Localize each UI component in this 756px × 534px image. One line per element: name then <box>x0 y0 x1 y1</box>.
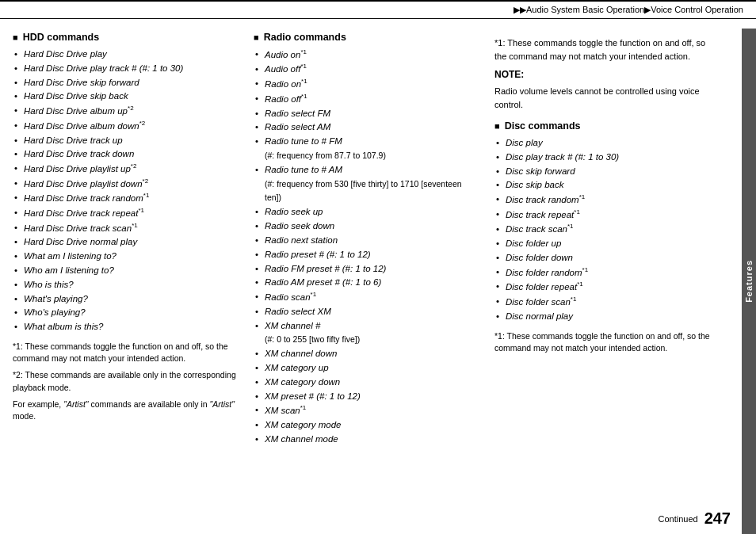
list-item: Audio off*1 <box>254 63 479 78</box>
features-sidebar: Features <box>742 29 756 534</box>
list-item: Disc track random*1 <box>494 193 720 208</box>
list-item: Hard Disc Drive album down*2 <box>13 119 238 134</box>
list-item: Who am I listening to? <box>13 264 238 278</box>
list-item: Hard Disc Drive skip back <box>13 90 238 104</box>
page-number: 247 <box>704 509 731 528</box>
list-item: Radio seek down <box>254 219 479 234</box>
list-item: XM channel # (#: 0 to 255 [two fifty fiv… <box>254 319 479 348</box>
right-note1: *1: These commands toggle the function o… <box>494 36 720 63</box>
list-item: Radio scan*1 <box>254 290 479 305</box>
list-item: Disc track scan*1 <box>494 223 720 238</box>
list-item: Radio tune to # AM (#: frequency from 53… <box>254 163 479 205</box>
bottom-pagination: Continued 247 <box>658 509 731 528</box>
list-item: Hard Disc Drive skip forward <box>13 76 238 90</box>
list-item: XM scan*1 <box>254 403 479 418</box>
hdd-column: HDD commands Hard Disc Drive play Hard D… <box>13 32 254 517</box>
list-item: Disc normal play <box>494 310 720 324</box>
list-item: Hard Disc Drive track up <box>13 134 238 148</box>
list-item: XM category down <box>254 376 479 390</box>
list-item: Disc folder up <box>494 237 720 251</box>
list-item: Radio tune to # FM (#: frequency from 87… <box>254 135 479 163</box>
list-item: XM channel mode <box>254 433 479 447</box>
radio-column: Radio commands Audio on*1 Audio off*1 Ra… <box>254 32 494 517</box>
right-note2: Radio volume levels cannot be controlled… <box>494 85 720 111</box>
list-item: Hard Disc Drive playlist down*2 <box>13 177 238 192</box>
list-item: Radio select FM <box>254 107 479 121</box>
list-item: Radio next station <box>254 234 479 248</box>
list-item: Radio AM preset # (#: 1 to 6) <box>254 276 479 290</box>
radio-list: Audio on*1 Audio off*1 Radio on*1 Radio … <box>254 48 479 447</box>
list-item: Hard Disc Drive track repeat*1 <box>13 206 238 221</box>
list-item: Disc folder scan*1 <box>494 295 720 310</box>
note-label: NOTE: <box>494 69 720 80</box>
list-item: Disc folder down <box>494 251 720 265</box>
list-item: Radio seek up <box>254 205 479 219</box>
list-item: Disc folder random*1 <box>494 265 720 280</box>
list-item: Disc skip back <box>494 178 720 193</box>
hdd-footnote2: *2: These commands are available only in… <box>13 369 238 393</box>
radio-title: Radio commands <box>254 32 479 43</box>
list-item: Hard Disc Drive album up*2 <box>13 104 238 119</box>
disc-title: Disc commands <box>494 120 720 132</box>
hdd-footnote3: For example, "Artist" commands are avail… <box>13 399 238 422</box>
list-item: Hard Disc Drive normal play <box>13 235 238 250</box>
list-item: Who's playing? <box>13 306 238 320</box>
list-item: Disc skip forward <box>494 165 720 179</box>
top-breadcrumb: ▶▶Audio System Basic Operation▶Voice Con… <box>0 0 756 19</box>
right-column: *1: These commands toggle the function o… <box>494 32 743 517</box>
breadcrumb-text: Audio System Basic Operation▶Voice Contr… <box>526 5 743 14</box>
list-item: Hard Disc Drive track scan*1 <box>13 221 238 236</box>
list-item: What am I listening to? <box>13 250 238 264</box>
continued-label: Continued <box>658 514 697 524</box>
list-item: Radio preset # (#: 1 to 12) <box>254 248 479 262</box>
list-item: Hard Disc Drive play <box>13 48 238 62</box>
list-item: Hard Disc Drive track down <box>13 147 238 162</box>
hdd-footnote1: *1: These commands toggle the function o… <box>13 341 238 364</box>
list-item: Radio select AM <box>254 120 479 135</box>
list-item: Disc track repeat*1 <box>494 208 720 223</box>
hdd-title: HDD commands <box>13 32 238 43</box>
list-item: Hard Disc Drive play track # (#: 1 to 30… <box>13 62 238 76</box>
list-item: Hard Disc Drive playlist up*2 <box>13 162 238 177</box>
list-item: Disc folder repeat*1 <box>494 280 720 295</box>
list-item: Who is this? <box>13 278 238 292</box>
list-item: Radio select XM <box>254 305 479 319</box>
list-item: Disc play track # (#: 1 to 30) <box>494 151 720 165</box>
sidebar-label: Features <box>744 260 754 303</box>
list-item: XM category mode <box>254 418 479 433</box>
disc-footnote: *1: These commands toggle the function o… <box>494 330 720 354</box>
hdd-list: Hard Disc Drive play Hard Disc Drive pla… <box>13 48 238 334</box>
list-item: Radio on*1 <box>254 77 479 92</box>
list-item: XM channel down <box>254 347 479 361</box>
list-item: Hard Disc Drive track random*1 <box>13 191 238 206</box>
list-item: Audio on*1 <box>254 48 479 63</box>
list-item: XM category up <box>254 361 479 376</box>
list-item: What's playing? <box>13 292 238 307</box>
list-item: Disc play <box>494 136 720 151</box>
list-item: Radio off*1 <box>254 92 479 107</box>
breadcrumb-arrows: ▶▶ <box>514 5 526 14</box>
list-item: Radio FM preset # (#: 1 to 12) <box>254 262 479 277</box>
list-item: What album is this? <box>13 320 238 334</box>
disc-list: Disc play Disc play track # (#: 1 to 30)… <box>494 136 720 324</box>
list-item: XM preset # (#: 1 to 12) <box>254 390 479 404</box>
